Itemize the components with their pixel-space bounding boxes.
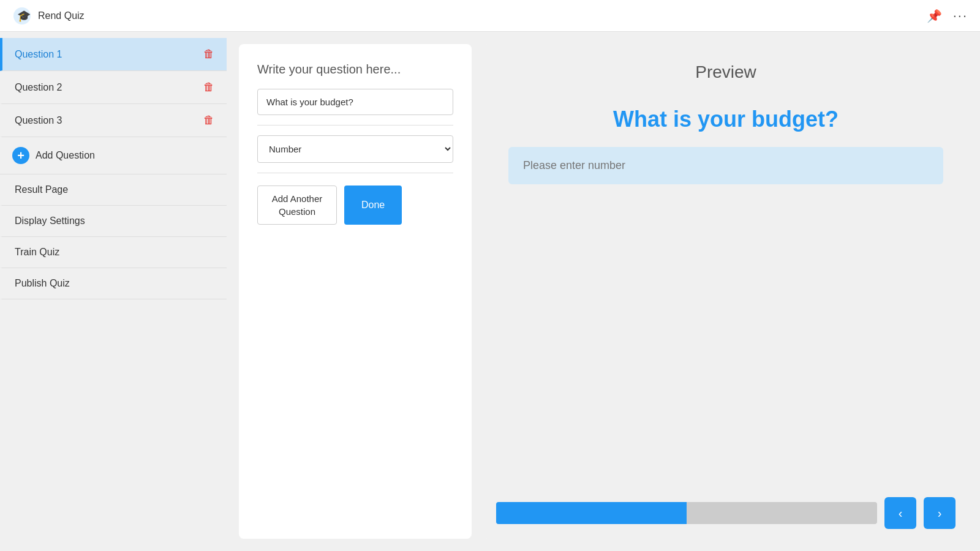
divider-2 bbox=[257, 173, 453, 173]
action-buttons: Add Another Question Done bbox=[257, 186, 453, 225]
topbar-left: 🎓 Rend Quiz bbox=[12, 6, 85, 26]
question-type-select[interactable]: Text Number Email Date bbox=[257, 135, 453, 163]
sidebar-item-display-settings[interactable]: Display Settings bbox=[0, 206, 227, 237]
sidebar: Question 1 🗑 Question 2 🗑 Question 3 🗑 +… bbox=[0, 32, 227, 551]
question-text-input[interactable] bbox=[257, 89, 453, 115]
app-title: Rend Quiz bbox=[38, 10, 85, 21]
sidebar-item-question-1-label: Question 1 bbox=[15, 49, 62, 60]
add-question-item[interactable]: + Add Question bbox=[0, 137, 227, 174]
sidebar-item-result-page[interactable]: Result Page bbox=[0, 174, 227, 206]
preview-body: What is your budget? bbox=[484, 94, 968, 487]
editor-label: Write your question here... bbox=[257, 62, 453, 77]
sidebar-item-question-3-label: Question 3 bbox=[15, 115, 62, 126]
progress-empty bbox=[687, 502, 877, 524]
add-question-circle-icon: + bbox=[12, 147, 29, 164]
preview-number-input[interactable] bbox=[508, 147, 943, 184]
progress-filled bbox=[496, 502, 687, 524]
sidebar-item-question-2-label: Question 2 bbox=[15, 82, 62, 93]
topbar-right: 📌 ··· bbox=[927, 8, 968, 24]
editor-panel: Write your question here... Text Number … bbox=[239, 44, 472, 539]
add-another-question-button[interactable]: Add Another Question bbox=[257, 186, 337, 225]
svg-text:🎓: 🎓 bbox=[17, 9, 31, 23]
pin-icon[interactable]: 📌 bbox=[927, 9, 942, 23]
display-settings-label: Display Settings bbox=[15, 216, 85, 227]
preview-title: Preview bbox=[695, 62, 756, 81]
sidebar-item-train-quiz[interactable]: Train Quiz bbox=[0, 237, 227, 268]
sidebar-item-question-3[interactable]: Question 3 🗑 bbox=[0, 104, 227, 137]
nav-prev-button[interactable]: ‹ bbox=[884, 497, 916, 529]
progress-bar bbox=[496, 502, 877, 524]
topbar: 🎓 Rend Quiz 📌 ··· bbox=[0, 0, 980, 32]
preview-header: Preview bbox=[484, 44, 968, 94]
content-area: Write your question here... Text Number … bbox=[227, 32, 980, 551]
train-quiz-label: Train Quiz bbox=[15, 247, 59, 258]
nav-next-button[interactable]: › bbox=[924, 497, 956, 529]
more-options-icon[interactable]: ··· bbox=[953, 8, 968, 24]
done-button[interactable]: Done bbox=[344, 186, 402, 225]
preview-question-text: What is your budget? bbox=[508, 107, 943, 132]
sidebar-item-question-2[interactable]: Question 2 🗑 bbox=[0, 71, 227, 104]
app-logo-icon: 🎓 bbox=[12, 6, 32, 26]
result-page-label: Result Page bbox=[15, 184, 68, 195]
delete-question-1-icon[interactable]: 🗑 bbox=[203, 48, 214, 61]
main-content: Question 1 🗑 Question 2 🗑 Question 3 🗑 +… bbox=[0, 32, 980, 551]
add-question-label: Add Question bbox=[36, 150, 95, 161]
sidebar-item-publish-quiz[interactable]: Publish Quiz bbox=[0, 268, 227, 299]
preview-panel: Preview What is your budget? ‹ › bbox=[484, 44, 968, 539]
delete-question-2-icon[interactable]: 🗑 bbox=[203, 81, 214, 94]
delete-question-3-icon[interactable]: 🗑 bbox=[203, 114, 214, 127]
preview-footer: ‹ › bbox=[484, 487, 968, 539]
sidebar-item-question-1[interactable]: Question 1 🗑 bbox=[0, 38, 227, 71]
divider-1 bbox=[257, 125, 453, 126]
publish-quiz-label: Publish Quiz bbox=[15, 278, 70, 289]
